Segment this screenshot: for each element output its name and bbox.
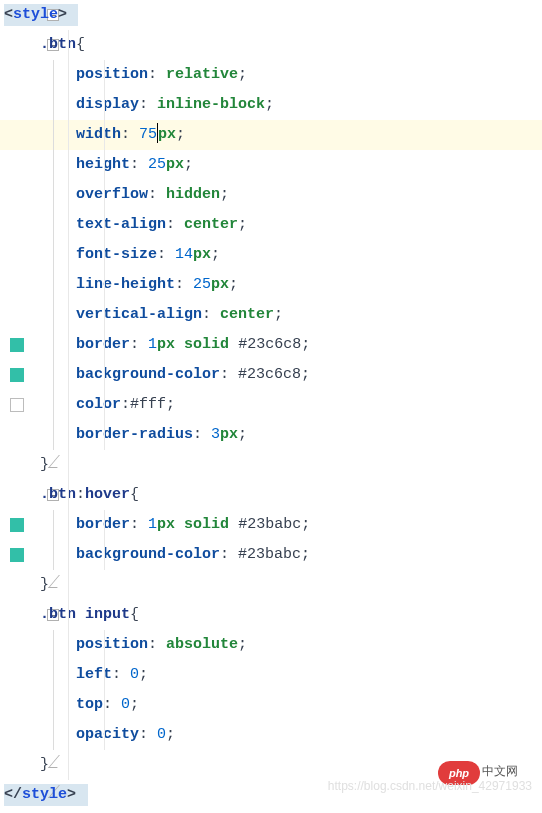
indent-guide	[104, 720, 105, 750]
colon: :	[220, 366, 229, 383]
colon: :	[139, 96, 148, 113]
indent-guide	[68, 510, 69, 540]
code-line[interactable]: background-color: #23c6c8;	[0, 360, 542, 390]
code-line[interactable]: }	[0, 570, 542, 600]
number: 14	[175, 246, 193, 263]
semicolon: ;	[166, 396, 175, 413]
selector: .btn	[40, 486, 76, 503]
css-property: border	[76, 336, 130, 353]
unit: px	[157, 336, 175, 353]
indent-guide	[68, 690, 69, 720]
indent-guide	[68, 720, 69, 750]
number: 1	[148, 336, 157, 353]
indent-guide	[68, 270, 69, 300]
fold-connector	[53, 630, 54, 660]
code-line[interactable]: <style>	[0, 0, 542, 30]
indent-guide	[68, 600, 69, 630]
code-editor[interactable]: <style>.btn{position: relative;display: …	[0, 0, 542, 810]
code-line[interactable]: height: 25px;	[0, 150, 542, 180]
indent-guide	[68, 420, 69, 450]
code-line[interactable]: background-color: #23babc;	[0, 540, 542, 570]
indent-guide	[104, 180, 105, 210]
indent-guide	[68, 210, 69, 240]
colon: :	[76, 486, 85, 503]
indent-guide	[68, 90, 69, 120]
code-line[interactable]: border: 1px solid #23c6c8;	[0, 330, 542, 360]
tag-name: style	[22, 786, 67, 803]
semicolon: ;	[176, 126, 185, 143]
code-line[interactable]: position: relative;	[0, 60, 542, 90]
code-line[interactable]: vertical-align: center;	[0, 300, 542, 330]
indent-guide	[68, 150, 69, 180]
code-line[interactable]: .btn:hover{	[0, 480, 542, 510]
colon: :	[121, 396, 130, 413]
colon: :	[202, 306, 211, 323]
semicolon: ;	[139, 666, 148, 683]
code-line[interactable]: }	[0, 450, 542, 480]
fold-connector	[53, 90, 54, 120]
indent-guide	[104, 330, 105, 360]
code-line[interactable]: .btn input{	[0, 600, 542, 630]
semicolon: ;	[220, 186, 229, 203]
fold-connector	[53, 720, 54, 750]
indent-guide	[68, 30, 69, 60]
fold-connector	[53, 360, 54, 390]
semicolon: ;	[238, 216, 247, 233]
css-property: width	[76, 126, 121, 143]
code-line[interactable]: font-size: 14px;	[0, 240, 542, 270]
indent-guide	[104, 240, 105, 270]
indent-guide	[68, 120, 69, 150]
code-line[interactable]: border-radius: 3px;	[0, 420, 542, 450]
semicolon: ;	[166, 726, 175, 743]
brace-close: }	[40, 456, 49, 473]
code-line[interactable]: line-height: 25px;	[0, 270, 542, 300]
code-line[interactable]: text-align: center;	[0, 210, 542, 240]
selector: .btn	[40, 36, 76, 53]
indent-guide	[104, 690, 105, 720]
indent-guide	[104, 120, 105, 150]
selector: input	[85, 606, 130, 623]
number: 0	[121, 696, 130, 713]
css-property: vertical-align	[76, 306, 202, 323]
hex-color: #23babc	[238, 516, 301, 533]
css-property: font-size	[76, 246, 157, 263]
unit: px	[158, 126, 176, 143]
colon: :	[130, 516, 139, 533]
angle-bracket: >	[67, 786, 76, 803]
hex-color: #23babc	[238, 546, 301, 563]
code-line[interactable]: position: absolute;	[0, 630, 542, 660]
code-line[interactable]: .btn{	[0, 30, 542, 60]
indent-guide	[104, 660, 105, 690]
css-property: display	[76, 96, 139, 113]
semicolon: ;	[238, 426, 247, 443]
css-value: hidden	[166, 186, 220, 203]
code-line[interactable]: color:#fff;	[0, 390, 542, 420]
css-property: background-color	[76, 366, 220, 383]
code-line[interactable]: top: 0;	[0, 690, 542, 720]
unit: px	[220, 426, 238, 443]
indent-guide	[104, 360, 105, 390]
code-line[interactable]: opacity: 0;	[0, 720, 542, 750]
indent-guide	[104, 390, 105, 420]
css-property: top	[76, 696, 103, 713]
css-property: opacity	[76, 726, 139, 743]
css-property: overflow	[76, 186, 148, 203]
code-line[interactable]: left: 0;	[0, 660, 542, 690]
indent-guide	[104, 510, 105, 540]
code-line[interactable]: width: 75px;	[0, 120, 542, 150]
code-line[interactable]: display: inline-block;	[0, 90, 542, 120]
indent-guide	[68, 570, 69, 600]
number: 25	[148, 156, 166, 173]
code-line[interactable]: border: 1px solid #23babc;	[0, 510, 542, 540]
css-property: position	[76, 66, 148, 83]
css-property: color	[76, 396, 121, 413]
colon: :	[139, 726, 148, 743]
fold-connector	[53, 60, 54, 90]
indent-guide	[68, 480, 69, 510]
code-line[interactable]: overflow: hidden;	[0, 180, 542, 210]
semicolon: ;	[130, 696, 139, 713]
indent-guide	[104, 300, 105, 330]
indent-guide	[68, 360, 69, 390]
brace-open: {	[130, 606, 139, 623]
indent-guide	[68, 390, 69, 420]
